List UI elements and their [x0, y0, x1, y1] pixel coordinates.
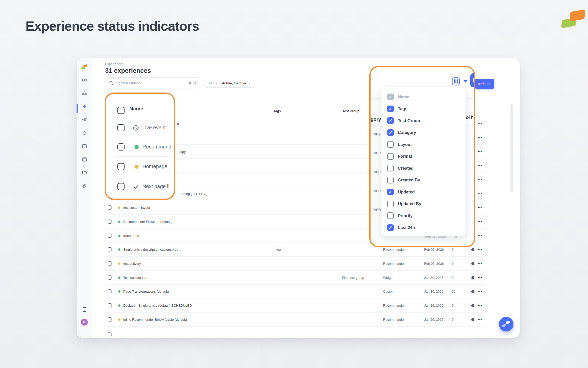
menu-item-layout[interactable]: Layout [387, 139, 465, 151]
status-dot-active [118, 290, 120, 293]
menu-item-created-by[interactable]: Created By [387, 174, 465, 186]
row-chart-icon[interactable] [471, 261, 475, 266]
menu-item-created[interactable]: Created [387, 162, 465, 174]
row-menu-dots[interactable]: ••• [478, 150, 482, 153]
layout-icon[interactable] [82, 143, 87, 149]
checkbox-checked[interactable] [387, 189, 394, 195]
menu-item-updated[interactable]: Updated [387, 186, 465, 198]
row-checkbox[interactable] [117, 163, 125, 170]
row-menu-dots[interactable]: ••• [478, 178, 482, 181]
table-row[interactable]: Desktop - Single article (default) SCHED… [105, 298, 485, 313]
row-menu-dots[interactable]: ••• [478, 192, 482, 195]
row-menu-dots[interactable]: ••• [478, 247, 482, 251]
checkbox-checked[interactable] [387, 106, 394, 112]
row-checkbox[interactable] [108, 332, 112, 336]
floating-marfeel-button[interactable] [499, 317, 513, 331]
search-bar[interactable]: ⌘ K [105, 77, 200, 88]
row-chart-icon[interactable] [471, 303, 475, 308]
row-menu-dots[interactable]: ••• [478, 220, 482, 223]
building-icon[interactable] [82, 307, 87, 312]
send-icon[interactable] [82, 117, 87, 122]
row-menu-dots[interactable]: ••• [478, 234, 482, 237]
status-label-active: Recommend [142, 144, 171, 150]
status-dot-inactive [118, 206, 120, 209]
row-chart-icon[interactable] [471, 289, 475, 294]
row-checkbox[interactable] [117, 183, 125, 190]
row-checkbox[interactable] [108, 205, 112, 210]
select-all-checkbox[interactable] [117, 107, 125, 114]
checkbox-checked[interactable] [387, 117, 394, 124]
scrollbar[interactable] [510, 104, 513, 192]
row-checkbox[interactable] [108, 220, 112, 224]
row-menu-dots[interactable]: ••• [478, 122, 482, 125]
row-menu-dots[interactable]: ••• [478, 317, 482, 321]
table-row[interactable]: Test custom var First test group Widget … [105, 271, 485, 285]
checkbox-unchecked[interactable] [387, 165, 394, 171]
menu-item-updated-by[interactable]: Updated By [387, 198, 465, 210]
folder-icon[interactable] [82, 170, 87, 175]
table-row[interactable]: Page Transformations (default) Custom Ja… [105, 284, 485, 298]
row-menu-dots[interactable]: ••• [478, 303, 482, 307]
row-checkbox[interactable] [108, 275, 112, 280]
category-cell-fragment: nme [371, 188, 381, 193]
menu-item-test-group[interactable]: Test Group [387, 115, 465, 127]
feather-icon[interactable] [82, 183, 87, 189]
row-menu-dots[interactable]: ••• [478, 135, 482, 139]
tag-chip[interactable]: test [274, 246, 284, 253]
row-updated: Feb 05, 2026 [424, 262, 444, 266]
avatar[interactable]: AH [81, 319, 88, 326]
compass-icon[interactable] [82, 77, 87, 83]
table-row[interactable]: test delivery Recommender Feb 05, 2026 0… [105, 257, 485, 271]
row-checkbox[interactable] [108, 234, 112, 238]
row-menu-dots[interactable]: ••• [478, 275, 482, 279]
flame-icon[interactable] [82, 130, 87, 136]
chevron-down-icon[interactable] [463, 80, 468, 83]
row-checkbox[interactable] [108, 303, 112, 307]
checkbox-checked[interactable] [387, 224, 394, 231]
row-name: Inline Recommender Below Article (defaul… [123, 318, 187, 321]
marfeel-sidebar-logo[interactable] [81, 64, 88, 71]
row-checkbox[interactable] [108, 317, 112, 321]
chip-remove-icon[interactable]: × [249, 81, 251, 85]
table-row-partial[interactable] [105, 327, 485, 338]
row-menu-dots[interactable]: ••• [478, 205, 482, 209]
check-icon [133, 183, 139, 190]
checkbox-unchecked[interactable] [387, 201, 394, 207]
row-checkbox[interactable] [108, 247, 112, 251]
new-experience-button[interactable]: perience [475, 79, 494, 89]
row-chart-icon[interactable] [471, 275, 475, 280]
checkbox-unchecked[interactable] [387, 141, 394, 148]
analytics-icon[interactable] [82, 90, 87, 96]
row-menu-dots[interactable]: ••• [478, 261, 482, 265]
checkbox-checked[interactable] [387, 129, 394, 136]
column-header-tags[interactable]: Tags [271, 109, 283, 113]
status-dot-inactive [118, 318, 120, 321]
row-menu-dots[interactable]: ••• [478, 164, 482, 167]
cmd-key-badge: ⌘ [188, 81, 192, 85]
status-filter-chip[interactable]: Status = Active, Inactive × [204, 79, 254, 88]
breadcrumb[interactable]: Experiences [105, 62, 124, 66]
table-row[interactable]: Inline Recommender Below Article (defaul… [105, 313, 485, 327]
checkbox-unchecked[interactable] [387, 177, 394, 183]
search-input[interactable] [116, 81, 186, 85]
row-checkbox[interactable] [108, 289, 112, 293]
row-checkbox[interactable] [117, 143, 125, 151]
row-checkbox[interactable] [117, 124, 125, 131]
search-icon [109, 81, 114, 85]
browser-code-icon[interactable] [82, 157, 87, 162]
columns-icon[interactable] [452, 77, 460, 86]
menu-item-tags[interactable]: Tags [387, 103, 465, 115]
status-dot-active [118, 235, 120, 237]
row-menu-dots[interactable]: ••• [478, 289, 482, 293]
checkbox-unchecked[interactable] [387, 153, 394, 160]
row-chart-icon[interactable] [471, 317, 475, 322]
row-checkbox[interactable] [108, 261, 112, 266]
menu-item-last-24h[interactable]: Last 24h [387, 222, 465, 234]
column-header-test-group[interactable]: Test Group [341, 109, 361, 113]
menu-item-format[interactable]: Format [387, 151, 465, 163]
menu-item-priority[interactable]: Priority [387, 210, 465, 222]
experiences-bolt-icon[interactable] [82, 104, 87, 109]
row-chart-icon[interactable] [471, 247, 475, 252]
menu-item-category[interactable]: Category [387, 127, 465, 139]
checkbox-unchecked[interactable] [387, 212, 394, 219]
